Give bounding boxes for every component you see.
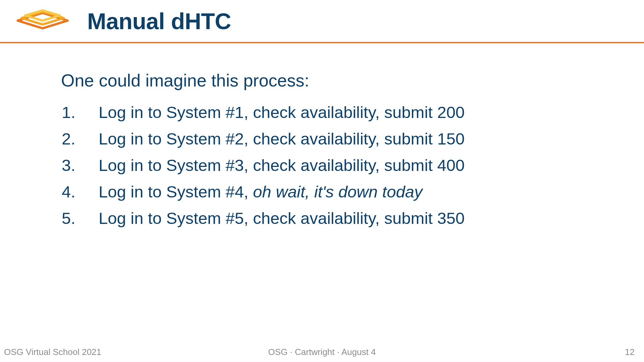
step-text: Log in to System #5, check availability,… [99, 209, 465, 227]
step-text: Log in to System #1, check availability,… [99, 103, 465, 121]
step-text: Log in to System #2, check availability,… [99, 130, 465, 148]
list-item: 1.Log in to System #1, check availabilit… [61, 101, 610, 124]
step-list: 1.Log in to System #1, check availabilit… [61, 101, 610, 230]
footer-center: OSG · Cartwright · August 4 [268, 347, 376, 357]
list-item: 3.Log in to System #3, check availabilit… [61, 154, 610, 177]
footer: OSG Virtual School 2021 OSG · Cartwright… [0, 347, 644, 357]
header-divider [0, 42, 644, 43]
step-text: Log in to System #4, [99, 183, 253, 201]
step-number: 5. [81, 206, 99, 230]
step-italic: oh wait, it's down today [253, 183, 422, 201]
slide-body: One could imagine this process: 1.Log in… [61, 70, 610, 233]
header: Manual dHTC [0, 0, 644, 39]
footer-left: OSG Virtual School 2021 [4, 347, 101, 357]
list-item: 4.Log in to System #4, oh wait, it's dow… [61, 180, 610, 204]
osg-logo-icon [4, 3, 81, 39]
list-item: 5.Log in to System #5, check availabilit… [61, 206, 610, 230]
slide-title: Manual dHTC [87, 8, 231, 34]
intro-text: One could imagine this process: [61, 70, 610, 90]
list-item: 2.Log in to System #2, check availabilit… [61, 127, 610, 151]
step-text: Log in to System #3, check availability,… [99, 156, 465, 174]
step-number: 2. [81, 127, 99, 151]
page-number: 12 [625, 347, 635, 357]
step-number: 4. [81, 180, 99, 204]
slide: Manual dHTC One could imagine this proce… [0, 0, 644, 362]
step-number: 1. [81, 101, 99, 124]
step-number: 3. [81, 154, 99, 177]
